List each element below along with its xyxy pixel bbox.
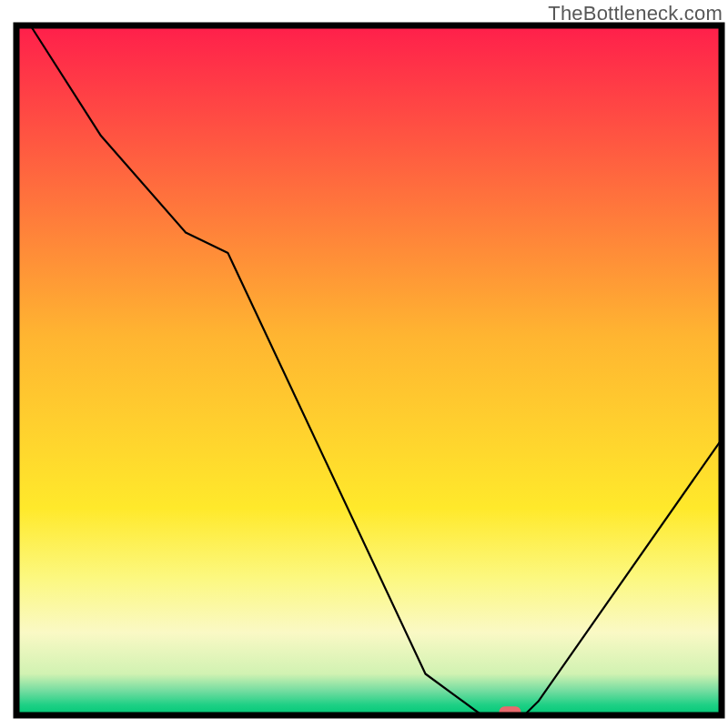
gradient-background bbox=[16, 25, 722, 715]
chart-svg bbox=[0, 0, 728, 728]
watermark-text: TheBottleneck.com bbox=[548, 2, 723, 25]
bottleneck-chart: TheBottleneck.com bbox=[0, 0, 728, 728]
